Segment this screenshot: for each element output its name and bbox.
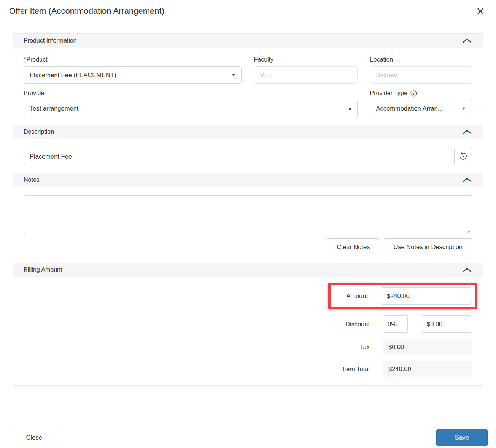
chevron-up-icon[interactable] <box>462 177 472 183</box>
close-icon[interactable] <box>475 5 486 17</box>
provider-type-label: Provider Type <box>370 90 407 97</box>
provider-select[interactable]: Test arrangement ▸ <box>24 100 358 117</box>
modal-footer: Close Save <box>0 429 496 446</box>
chevron-up-icon[interactable] <box>462 267 472 273</box>
description-header[interactable]: Description <box>13 125 483 139</box>
notes-header[interactable]: Notes <box>13 173 483 187</box>
product-label: *Product <box>24 56 242 63</box>
save-button[interactable]: Save <box>436 429 488 446</box>
tax-value: $0.00 <box>383 339 472 355</box>
amount-highlight-box: Amount <box>328 283 477 309</box>
chevron-down-icon: ▼ <box>462 106 466 111</box>
section-title: Product Information <box>24 37 77 44</box>
resize-handle-icon[interactable] <box>466 229 471 233</box>
section-title: Description <box>24 129 54 135</box>
discount-amount-input[interactable] <box>421 315 472 333</box>
provider-type-select[interactable]: Accommodation Arran... ▼ <box>370 100 472 117</box>
faculty-field <box>254 66 357 84</box>
clear-notes-button[interactable]: Clear Notes <box>327 238 379 255</box>
modal-title: Offer Item (Accommodation Arrangement) <box>9 6 164 16</box>
modal-body: Product Information *Product Placement F… <box>13 33 483 386</box>
description-input[interactable] <box>24 148 449 165</box>
section-description: Description <box>13 125 483 173</box>
section-title: Billing Amount <box>24 267 62 273</box>
item-total-value: $240.00 <box>383 361 472 377</box>
chevron-up-icon[interactable] <box>462 129 472 135</box>
modal-header: Offer Item (Accommodation Arrangement) <box>0 0 496 22</box>
amount-input[interactable] <box>381 287 472 305</box>
provider-select-value: Test arrangement <box>30 105 78 112</box>
info-icon[interactable] <box>410 90 417 97</box>
restore-icon <box>459 152 467 160</box>
close-button[interactable]: Close <box>9 429 59 446</box>
location-field <box>370 66 472 84</box>
product-select-value: Placement Fee (PLACEMENT) <box>30 71 116 79</box>
discount-label: Discount <box>335 321 370 328</box>
billing-amount-header[interactable]: Billing Amount <box>13 263 483 277</box>
section-product-information: Product Information *Product Placement F… <box>13 33 483 125</box>
section-title: Notes <box>24 176 40 183</box>
provider-label: Provider <box>24 90 358 97</box>
chevron-right-icon: ▸ <box>349 106 352 111</box>
notes-textarea[interactable] <box>24 195 472 235</box>
tax-label: Tax <box>335 343 370 351</box>
discount-percent-input[interactable] <box>383 315 408 333</box>
amount-label: Amount <box>334 292 368 300</box>
faculty-label: Faculty <box>254 56 357 63</box>
required-asterisk: * <box>24 56 26 63</box>
location-label: Location <box>370 56 472 63</box>
section-billing-amount: Billing Amount Amount Discount <box>13 263 483 386</box>
chevron-up-icon[interactable] <box>462 38 472 43</box>
section-notes: Notes Clear Notes Use Notes in Descripti… <box>13 173 483 263</box>
provider-type-select-value: Accommodation Arran... <box>376 105 443 112</box>
product-information-header[interactable]: Product Information <box>13 34 483 48</box>
product-select[interactable]: Placement Fee (PLACEMENT) ▼ <box>24 66 242 84</box>
item-total-label: Item Total <box>335 365 370 373</box>
chevron-down-icon: ▼ <box>232 73 236 77</box>
use-notes-in-description-button[interactable]: Use Notes in Description <box>384 238 472 255</box>
restore-description-button[interactable] <box>454 148 472 165</box>
